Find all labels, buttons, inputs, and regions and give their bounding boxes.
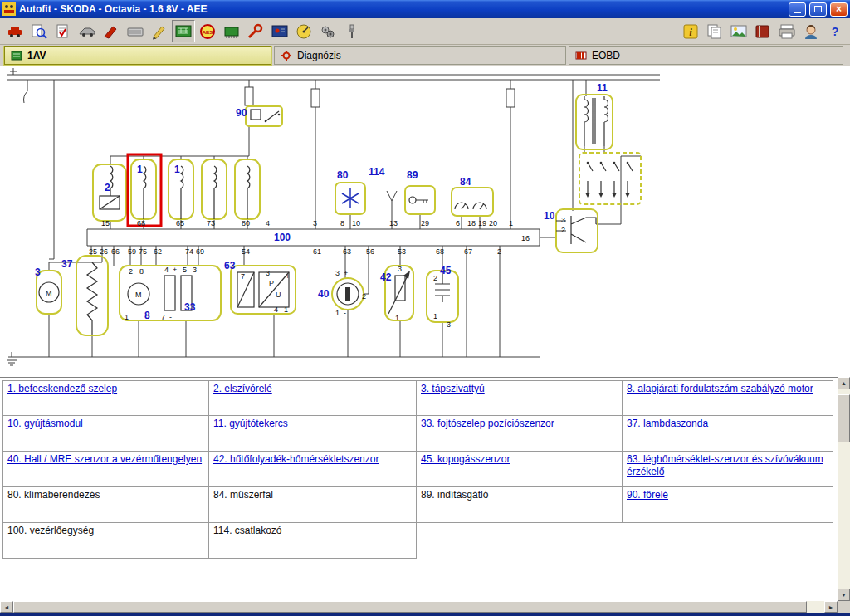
edit-button[interactable] bbox=[148, 20, 171, 42]
pin-number-label: - bbox=[344, 309, 346, 317]
legend-cell: 37. lambdaszonda bbox=[623, 416, 833, 452]
component-number-label[interactable]: 80 bbox=[337, 169, 349, 181]
component-number-label[interactable]: 45 bbox=[440, 265, 452, 276]
diagnosis-tab-icon bbox=[281, 50, 292, 61]
pin-number-label: 67 bbox=[464, 247, 472, 256]
tab-label: EOBD bbox=[592, 50, 620, 61]
user-icon bbox=[802, 23, 820, 40]
legend-item-2[interactable]: 2. elszívórelé bbox=[213, 383, 272, 394]
pin-number-label: 2 bbox=[561, 226, 565, 234]
tab-diagnozis[interactable]: Diagnózis bbox=[274, 46, 566, 65]
pin-number-label: 3 bbox=[561, 216, 565, 224]
component-number-label[interactable]: 40 bbox=[318, 288, 330, 300]
legend-item-40[interactable]: 40. Hall / MRE szenzor a vezérműtengelye… bbox=[7, 453, 202, 465]
control-module-button[interactable] bbox=[220, 20, 243, 42]
documents-button[interactable] bbox=[703, 20, 726, 42]
legend-item-8[interactable]: 8. alapjárati fordulatszám szabályzó mot… bbox=[627, 383, 813, 394]
component-number-label[interactable]: 42 bbox=[380, 271, 392, 283]
component-number-label[interactable]: 114 bbox=[369, 166, 385, 178]
vertical-scroll-thumb[interactable] bbox=[838, 394, 850, 442]
help-button[interactable]: ? bbox=[823, 20, 847, 42]
settings-gears-button[interactable] bbox=[316, 20, 340, 42]
component-number-label[interactable]: 2 bbox=[105, 182, 110, 193]
vertical-scroll-track[interactable] bbox=[838, 389, 850, 589]
legend-item-45[interactable]: 45. kopogásszenzor bbox=[421, 453, 510, 465]
maximize-button[interactable] bbox=[809, 2, 827, 17]
pin-number-label: 8 bbox=[139, 267, 144, 276]
horizontal-scrollbar[interactable]: ◄ ► bbox=[0, 601, 838, 613]
pin-number-label: 15 bbox=[101, 219, 110, 227]
horizontal-scroll-thumb[interactable] bbox=[13, 601, 807, 613]
legend-item-1[interactable]: 1. befecskendező szelep bbox=[7, 383, 117, 394]
pin-number-label: + bbox=[173, 266, 177, 274]
vehicle-select-button[interactable] bbox=[3, 20, 27, 42]
pin-number-label: 66 bbox=[111, 247, 120, 256]
engine-service-button[interactable] bbox=[244, 20, 267, 42]
scrollbar-corner bbox=[838, 601, 850, 613]
print-button[interactable] bbox=[775, 20, 799, 42]
gauge-button[interactable] bbox=[292, 20, 315, 42]
pin-number-label: 73 bbox=[207, 219, 215, 227]
title-bar[interactable]: Autofit - SKODA - Octavia - 1.6 8V - AEE… bbox=[0, 0, 850, 18]
wiring-diagram-button[interactable] bbox=[172, 20, 195, 42]
diagnostics-button[interactable] bbox=[268, 20, 291, 42]
pin-number-label: 5 bbox=[183, 266, 187, 274]
minimize-icon bbox=[794, 12, 801, 13]
component-number-label[interactable]: 33 bbox=[184, 301, 196, 313]
pin-number-label: 20 bbox=[489, 219, 497, 227]
manual-button[interactable] bbox=[751, 20, 774, 42]
vehicle-data-button[interactable] bbox=[76, 20, 99, 42]
spark-plug-button[interactable] bbox=[340, 20, 364, 42]
component-number-label[interactable]: 3 bbox=[35, 266, 41, 278]
legend-item-37[interactable]: 37. lambdaszonda bbox=[627, 418, 708, 429]
tab-1av[interactable]: 1AV bbox=[4, 46, 271, 65]
component-number-label[interactable]: 63 bbox=[224, 260, 236, 271]
image-button[interactable] bbox=[727, 20, 750, 42]
legend-cell: 45. kopogásszenzor bbox=[417, 452, 623, 487]
checklist-button[interactable] bbox=[51, 20, 75, 42]
spark-plug-icon bbox=[343, 23, 361, 40]
legend-item-63[interactable]: 63. léghőmérséklet-szenzor és szívóvákuu… bbox=[627, 453, 823, 477]
pin-number-label: 7 bbox=[241, 272, 245, 281]
user-button[interactable] bbox=[799, 20, 823, 42]
component-number-label[interactable]: 1 bbox=[174, 164, 180, 175]
legend-table: 1. befecskendező szelep 2. elszívórelé 3… bbox=[2, 380, 850, 559]
console-button[interactable] bbox=[124, 20, 147, 42]
pin-number-label: 4 bbox=[266, 219, 270, 227]
component-number-label[interactable]: 37 bbox=[61, 258, 73, 270]
scroll-left-button[interactable]: ◄ bbox=[0, 601, 13, 613]
component-number-label[interactable]: 84 bbox=[460, 176, 471, 188]
tab-eobd[interactable]: EOBD bbox=[569, 46, 843, 65]
component-number-label[interactable]: 8 bbox=[144, 310, 150, 321]
pin-number-label: 2 bbox=[433, 274, 437, 282]
component-number-label[interactable]: 10 bbox=[544, 210, 555, 222]
scroll-up-button[interactable]: ▲ bbox=[838, 377, 850, 389]
component-number-label[interactable]: 89 bbox=[407, 169, 418, 181]
legend-item-3[interactable]: 3. tápszivattyú bbox=[421, 383, 485, 394]
legend-item-90[interactable]: 90. főrelé bbox=[627, 489, 668, 501]
info-button[interactable]: i bbox=[679, 20, 702, 42]
minimize-button[interactable] bbox=[789, 2, 806, 17]
pin-number-label: 6 bbox=[456, 219, 460, 227]
bodywork-button[interactable] bbox=[100, 20, 123, 42]
legend-item-42[interactable]: 42. hűtőfolyadék-hőmérsékletszenzor bbox=[213, 453, 379, 465]
scroll-right-button[interactable]: ► bbox=[824, 601, 838, 613]
component-number-label[interactable]: 90 bbox=[236, 107, 247, 119]
legend-cell: 89. indításgátló bbox=[417, 487, 623, 523]
legend-item-11[interactable]: 11. gyújtótekercs bbox=[213, 418, 288, 429]
component-number-label[interactable]: 1 bbox=[137, 164, 143, 175]
wiring-diagram[interactable]: 90111128011489841001033783363404245 1568… bbox=[0, 66, 838, 377]
component-number-label[interactable]: 100 bbox=[274, 232, 291, 243]
tab-label: 1AV bbox=[27, 50, 46, 61]
vehicle-data-icon bbox=[78, 23, 96, 40]
zoom-document-button[interactable] bbox=[27, 20, 51, 42]
scroll-down-button[interactable]: ▼ bbox=[838, 589, 850, 601]
close-button[interactable]: × bbox=[830, 2, 848, 17]
legend-item-33[interactable]: 33. fojtószelep pozíciószenzor bbox=[421, 418, 554, 429]
legend-cell: 80. klímaberendezés bbox=[2, 487, 209, 523]
abs-button[interactable]: ABS bbox=[196, 20, 219, 42]
legend-item-10[interactable]: 10. gyújtásmodul bbox=[7, 418, 83, 429]
wiring-diagram-pane[interactable]: 90111128011489841001033783363404245 1568… bbox=[0, 66, 850, 377]
component-number-label[interactable]: 11 bbox=[597, 82, 608, 94]
vertical-scrollbar[interactable]: ▲ ▼ bbox=[838, 377, 850, 601]
